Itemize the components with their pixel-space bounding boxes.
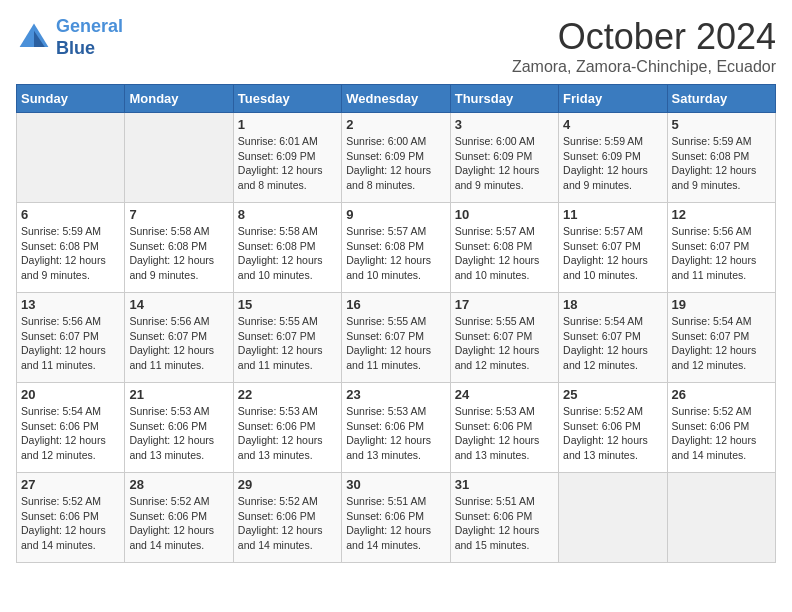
day-info: Sunrise: 5:53 AM Sunset: 6:06 PM Dayligh… — [346, 404, 445, 463]
day-number: 4 — [563, 117, 662, 132]
calendar-cell: 29Sunrise: 5:52 AM Sunset: 6:06 PM Dayli… — [233, 473, 341, 563]
weekday-header: Thursday — [450, 85, 558, 113]
calendar-cell — [125, 113, 233, 203]
logo-text: General Blue — [56, 16, 123, 59]
calendar-cell: 6Sunrise: 5:59 AM Sunset: 6:08 PM Daylig… — [17, 203, 125, 293]
day-number: 20 — [21, 387, 120, 402]
calendar-cell: 3Sunrise: 6:00 AM Sunset: 6:09 PM Daylig… — [450, 113, 558, 203]
calendar-week-row: 1Sunrise: 6:01 AM Sunset: 6:09 PM Daylig… — [17, 113, 776, 203]
weekday-header: Tuesday — [233, 85, 341, 113]
calendar-cell: 2Sunrise: 6:00 AM Sunset: 6:09 PM Daylig… — [342, 113, 450, 203]
calendar-cell: 9Sunrise: 5:57 AM Sunset: 6:08 PM Daylig… — [342, 203, 450, 293]
day-number: 11 — [563, 207, 662, 222]
calendar-cell: 24Sunrise: 5:53 AM Sunset: 6:06 PM Dayli… — [450, 383, 558, 473]
day-info: Sunrise: 5:54 AM Sunset: 6:07 PM Dayligh… — [672, 314, 771, 373]
calendar-cell: 18Sunrise: 5:54 AM Sunset: 6:07 PM Dayli… — [559, 293, 667, 383]
day-info: Sunrise: 5:52 AM Sunset: 6:06 PM Dayligh… — [238, 494, 337, 553]
month-title: October 2024 — [512, 16, 776, 58]
logo-icon — [16, 20, 52, 56]
day-info: Sunrise: 5:58 AM Sunset: 6:08 PM Dayligh… — [238, 224, 337, 283]
calendar-cell: 30Sunrise: 5:51 AM Sunset: 6:06 PM Dayli… — [342, 473, 450, 563]
day-info: Sunrise: 5:57 AM Sunset: 6:07 PM Dayligh… — [563, 224, 662, 283]
day-info: Sunrise: 5:59 AM Sunset: 6:09 PM Dayligh… — [563, 134, 662, 193]
weekday-header: Saturday — [667, 85, 775, 113]
day-number: 23 — [346, 387, 445, 402]
weekday-header: Monday — [125, 85, 233, 113]
calendar-cell: 27Sunrise: 5:52 AM Sunset: 6:06 PM Dayli… — [17, 473, 125, 563]
calendar-cell: 23Sunrise: 5:53 AM Sunset: 6:06 PM Dayli… — [342, 383, 450, 473]
calendar-cell — [559, 473, 667, 563]
day-info: Sunrise: 5:56 AM Sunset: 6:07 PM Dayligh… — [672, 224, 771, 283]
day-info: Sunrise: 6:01 AM Sunset: 6:09 PM Dayligh… — [238, 134, 337, 193]
day-number: 16 — [346, 297, 445, 312]
calendar-cell: 11Sunrise: 5:57 AM Sunset: 6:07 PM Dayli… — [559, 203, 667, 293]
day-info: Sunrise: 5:59 AM Sunset: 6:08 PM Dayligh… — [21, 224, 120, 283]
calendar-table: SundayMondayTuesdayWednesdayThursdayFrid… — [16, 84, 776, 563]
day-number: 9 — [346, 207, 445, 222]
day-info: Sunrise: 5:52 AM Sunset: 6:06 PM Dayligh… — [563, 404, 662, 463]
day-info: Sunrise: 5:52 AM Sunset: 6:06 PM Dayligh… — [672, 404, 771, 463]
day-info: Sunrise: 5:55 AM Sunset: 6:07 PM Dayligh… — [238, 314, 337, 373]
calendar-week-row: 13Sunrise: 5:56 AM Sunset: 6:07 PM Dayli… — [17, 293, 776, 383]
calendar-week-row: 6Sunrise: 5:59 AM Sunset: 6:08 PM Daylig… — [17, 203, 776, 293]
calendar-week-row: 27Sunrise: 5:52 AM Sunset: 6:06 PM Dayli… — [17, 473, 776, 563]
day-number: 25 — [563, 387, 662, 402]
day-number: 5 — [672, 117, 771, 132]
weekday-header: Wednesday — [342, 85, 450, 113]
day-number: 24 — [455, 387, 554, 402]
day-info: Sunrise: 5:55 AM Sunset: 6:07 PM Dayligh… — [346, 314, 445, 373]
day-number: 19 — [672, 297, 771, 312]
day-info: Sunrise: 5:56 AM Sunset: 6:07 PM Dayligh… — [129, 314, 228, 373]
day-info: Sunrise: 5:53 AM Sunset: 6:06 PM Dayligh… — [455, 404, 554, 463]
day-number: 26 — [672, 387, 771, 402]
day-info: Sunrise: 5:53 AM Sunset: 6:06 PM Dayligh… — [129, 404, 228, 463]
calendar-cell: 20Sunrise: 5:54 AM Sunset: 6:06 PM Dayli… — [17, 383, 125, 473]
calendar-cell: 28Sunrise: 5:52 AM Sunset: 6:06 PM Dayli… — [125, 473, 233, 563]
day-info: Sunrise: 5:51 AM Sunset: 6:06 PM Dayligh… — [455, 494, 554, 553]
calendar-cell: 19Sunrise: 5:54 AM Sunset: 6:07 PM Dayli… — [667, 293, 775, 383]
day-info: Sunrise: 5:59 AM Sunset: 6:08 PM Dayligh… — [672, 134, 771, 193]
day-number: 30 — [346, 477, 445, 492]
calendar-cell: 7Sunrise: 5:58 AM Sunset: 6:08 PM Daylig… — [125, 203, 233, 293]
day-number: 8 — [238, 207, 337, 222]
day-info: Sunrise: 5:51 AM Sunset: 6:06 PM Dayligh… — [346, 494, 445, 553]
day-number: 29 — [238, 477, 337, 492]
day-number: 2 — [346, 117, 445, 132]
calendar-cell: 10Sunrise: 5:57 AM Sunset: 6:08 PM Dayli… — [450, 203, 558, 293]
calendar-cell: 17Sunrise: 5:55 AM Sunset: 6:07 PM Dayli… — [450, 293, 558, 383]
calendar-cell: 31Sunrise: 5:51 AM Sunset: 6:06 PM Dayli… — [450, 473, 558, 563]
day-info: Sunrise: 5:56 AM Sunset: 6:07 PM Dayligh… — [21, 314, 120, 373]
day-info: Sunrise: 5:55 AM Sunset: 6:07 PM Dayligh… — [455, 314, 554, 373]
weekday-header: Sunday — [17, 85, 125, 113]
day-number: 21 — [129, 387, 228, 402]
day-info: Sunrise: 5:52 AM Sunset: 6:06 PM Dayligh… — [21, 494, 120, 553]
day-number: 27 — [21, 477, 120, 492]
day-info: Sunrise: 5:57 AM Sunset: 6:08 PM Dayligh… — [455, 224, 554, 283]
calendar-cell: 16Sunrise: 5:55 AM Sunset: 6:07 PM Dayli… — [342, 293, 450, 383]
day-info: Sunrise: 5:54 AM Sunset: 6:06 PM Dayligh… — [21, 404, 120, 463]
day-number: 31 — [455, 477, 554, 492]
calendar-cell: 26Sunrise: 5:52 AM Sunset: 6:06 PM Dayli… — [667, 383, 775, 473]
day-info: Sunrise: 5:58 AM Sunset: 6:08 PM Dayligh… — [129, 224, 228, 283]
calendar-cell: 21Sunrise: 5:53 AM Sunset: 6:06 PM Dayli… — [125, 383, 233, 473]
day-info: Sunrise: 5:52 AM Sunset: 6:06 PM Dayligh… — [129, 494, 228, 553]
calendar-cell: 12Sunrise: 5:56 AM Sunset: 6:07 PM Dayli… — [667, 203, 775, 293]
day-number: 13 — [21, 297, 120, 312]
day-number: 18 — [563, 297, 662, 312]
calendar-cell: 5Sunrise: 5:59 AM Sunset: 6:08 PM Daylig… — [667, 113, 775, 203]
day-number: 14 — [129, 297, 228, 312]
day-number: 12 — [672, 207, 771, 222]
calendar-cell: 14Sunrise: 5:56 AM Sunset: 6:07 PM Dayli… — [125, 293, 233, 383]
day-info: Sunrise: 5:53 AM Sunset: 6:06 PM Dayligh… — [238, 404, 337, 463]
calendar-cell: 22Sunrise: 5:53 AM Sunset: 6:06 PM Dayli… — [233, 383, 341, 473]
day-number: 15 — [238, 297, 337, 312]
calendar-cell — [17, 113, 125, 203]
logo: General Blue — [16, 16, 123, 59]
calendar-cell: 25Sunrise: 5:52 AM Sunset: 6:06 PM Dayli… — [559, 383, 667, 473]
day-number: 7 — [129, 207, 228, 222]
day-info: Sunrise: 5:54 AM Sunset: 6:07 PM Dayligh… — [563, 314, 662, 373]
calendar-cell: 13Sunrise: 5:56 AM Sunset: 6:07 PM Dayli… — [17, 293, 125, 383]
day-info: Sunrise: 6:00 AM Sunset: 6:09 PM Dayligh… — [455, 134, 554, 193]
page-header: General Blue October 2024 Zamora, Zamora… — [16, 16, 776, 76]
weekday-header: Friday — [559, 85, 667, 113]
